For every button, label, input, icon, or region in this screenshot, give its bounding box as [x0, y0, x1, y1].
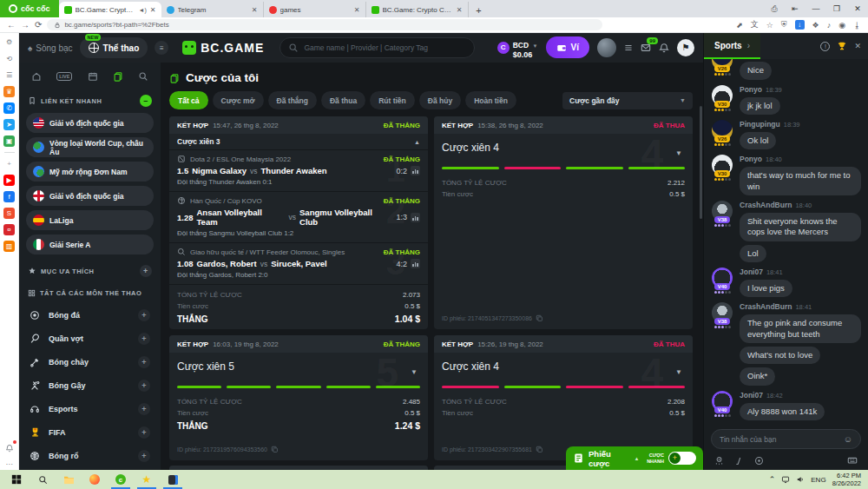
stats-icon[interactable] — [411, 259, 420, 268]
sidebar-sport-baseball[interactable]: Bóng chày+ — [26, 350, 154, 373]
sidebar-sport-cricket[interactable]: Bóng Gậy+ — [26, 373, 154, 397]
emoji-icon[interactable]: ☺ — [844, 434, 852, 444]
chat-tab-sports[interactable]: Sports› — [704, 33, 760, 59]
quick-link-0[interactable]: Giải vô địch quốc gia — [26, 113, 154, 133]
chat-close-icon[interactable]: ✕ — [854, 42, 861, 50]
capture-icon[interactable]: ⎙ — [764, 4, 785, 14]
clock[interactable]: 6:42 PM8/26/2022 — [832, 472, 861, 488]
messenger-icon[interactable]: ✆ — [3, 102, 15, 114]
chat-username[interactable]: Ponyo18:39 — [740, 85, 782, 94]
chat-username[interactable]: Pingupingu18:39 — [740, 120, 800, 129]
quick-link-3[interactable]: Giải vô địch quốc gia — [26, 186, 154, 206]
window-minimize-button[interactable]: — — [806, 4, 826, 13]
expand-sport-icon[interactable]: + — [138, 450, 150, 462]
rain-icon[interactable] — [714, 456, 724, 466]
extensions-icon[interactable]: ❖ — [812, 21, 819, 30]
nav-menu-icon[interactable]: ≡ — [155, 41, 168, 55]
profile-icon[interactable]: ◉ — [838, 21, 845, 30]
game-search[interactable] — [279, 37, 475, 58]
quick-link-1[interactable]: Vòng loại World Cup, châu Âu — [26, 137, 154, 157]
share-icon[interactable]: ⬈ — [736, 21, 743, 30]
sidebar-sport-football[interactable]: Bóng đá+ — [26, 303, 154, 327]
rewards-icon[interactable]: ♛ — [3, 86, 15, 97]
bet-card-3[interactable]: KẾT HỢP15:26, 19 thg 8, 2022ĐÃ THUACược … — [434, 335, 693, 460]
browser-tab-3[interactable]: BC.Game: Crypto Casino Ga ✕ — [366, 2, 469, 17]
add-icon[interactable]: + — [3, 158, 15, 169]
filter-6[interactable]: Hoàn tiền — [465, 91, 516, 109]
betslip-button[interactable]: Phiếu cược▲CƯỢC NHANH — [566, 446, 703, 470]
collapse-button[interactable]: – — [140, 95, 152, 107]
bcgame-logo[interactable]: BC.GAME — [182, 41, 264, 55]
chat-username[interactable]: CrashAndBurn18:40 — [740, 201, 861, 209]
shopee-icon[interactable]: S — [3, 208, 15, 219]
taskbar-start-icon[interactable] — [3, 470, 30, 489]
settings-icon[interactable]: ⚙ — [3, 36, 15, 48]
stats-icon[interactable] — [411, 166, 420, 175]
chat-username[interactable]: Ponyo18:40 — [740, 155, 861, 163]
media-icon[interactable]: ♪ — [827, 21, 832, 30]
filter-5[interactable]: Đã hủy — [419, 91, 461, 109]
nav-casino[interactable]: ♠Sòng bạc — [28, 43, 73, 53]
chat-input[interactable] — [720, 435, 844, 444]
window-maximize-button[interactable]: ❐ — [826, 4, 847, 13]
expand-sport-icon[interactable]: + — [138, 403, 150, 415]
forward-button[interactable]: → — [21, 20, 30, 30]
sort-dropdown[interactable]: Cược gần đây▼ — [562, 92, 693, 109]
commands-icon[interactable] — [734, 456, 744, 466]
feed-icon[interactable]: ☰ — [3, 69, 15, 81]
taskbar-search-icon[interactable] — [30, 470, 56, 489]
add-favorite-button[interactable]: + — [140, 265, 152, 277]
tab-audio-icon[interactable]: ◄) — [139, 7, 147, 13]
expand-sport-icon[interactable]: + — [138, 380, 150, 392]
accordion-toggle[interactable]: Cược xiên 55▼ — [169, 353, 428, 377]
address-bar[interactable]: bc.game/sports?bt-path=%2Fbets — [47, 19, 602, 30]
gamepad-icon[interactable]: ▣ — [3, 135, 15, 147]
user-avatar[interactable] — [597, 38, 616, 57]
bet-card-0[interactable]: KẾT HỢP15:47, 26 thg 8, 2022ĐÃ THẮNGCược… — [169, 116, 428, 329]
accordion-toggle[interactable]: Cược xiên 44▼ — [434, 353, 693, 377]
chat-messages[interactable]: V26 Pingupingu18:39 Nice V30 Ponyo18:39 … — [704, 59, 868, 426]
expand-sport-icon[interactable]: + — [138, 426, 150, 439]
sidebar-tab-mybets[interactable] — [113, 71, 123, 82]
window-close-button[interactable]: ✕ — [847, 4, 868, 13]
tab-close-icon[interactable]: ✕ — [252, 6, 258, 14]
bell-icon[interactable] — [659, 43, 669, 53]
mail-icon[interactable]: 99 — [641, 43, 651, 53]
filter-1[interactable]: Cược mở — [213, 91, 264, 109]
sidebar-tab-calendar[interactable] — [88, 71, 98, 82]
copy-icon[interactable] — [536, 314, 543, 322]
wallet-button[interactable]: Ví — [546, 36, 589, 58]
sidebar-tab-live[interactable]: LIVE — [56, 72, 72, 81]
copy-icon[interactable] — [271, 446, 279, 453]
bet-card-1[interactable]: KẾT HỢP15:38, 26 thg 8, 2022ĐÃ THUACược … — [434, 116, 693, 329]
twitter-icon[interactable]: ➤ — [3, 119, 15, 130]
bets-list-icon[interactable] — [624, 43, 633, 52]
volume-icon[interactable] — [796, 475, 805, 484]
sidebar-tab-home[interactable] — [31, 71, 42, 82]
filter-2[interactable]: Đã thắng — [268, 91, 317, 109]
currency-selector[interactable]: C BCD ▼ $0.06 — [497, 36, 538, 59]
more-icon[interactable]: ⋯ — [3, 459, 15, 470]
taskbar-firefox-icon[interactable] — [82, 470, 108, 489]
search-input[interactable] — [304, 43, 466, 52]
accordion-toggle[interactable]: Cược xiên 44▼ — [434, 134, 693, 158]
quick-bet-toggle[interactable] — [668, 452, 696, 465]
nav-sports[interactable]: NEW Thể thao — [80, 37, 148, 58]
expand-sport-icon[interactable]: + — [138, 333, 150, 345]
session-restore-icon[interactable]: ⇤ — [785, 4, 806, 13]
translate-icon[interactable]: 文 — [751, 19, 759, 30]
quick-link-2[interactable]: Mỹ mở rộng Đơn Nam — [26, 162, 154, 182]
tab-close-icon[interactable]: ✕ — [457, 6, 463, 14]
language-indicator[interactable]: ENG — [811, 476, 825, 484]
browser-brand-button[interactable]: cốc cốc — [0, 0, 59, 17]
quick-link-4[interactable]: LaLiga — [26, 210, 154, 230]
cart-icon[interactable]: ▥ — [3, 241, 15, 252]
history-icon[interactable]: ⟲ — [3, 53, 15, 64]
taskbar-app-icon[interactable] — [160, 470, 186, 489]
browser-tab-2[interactable]: games ✕ — [264, 2, 366, 17]
sidebar-sport-tennis[interactable]: Quần vợt+ — [26, 327, 154, 350]
taskbar-explorer-icon[interactable] — [56, 470, 82, 489]
browser-tab-0[interactable]: BC.Game: Crypto Casino ◄) ✕ — [59, 2, 161, 17]
deals-icon[interactable]: ¤ — [3, 224, 15, 235]
scrollbar[interactable] — [700, 106, 702, 219]
